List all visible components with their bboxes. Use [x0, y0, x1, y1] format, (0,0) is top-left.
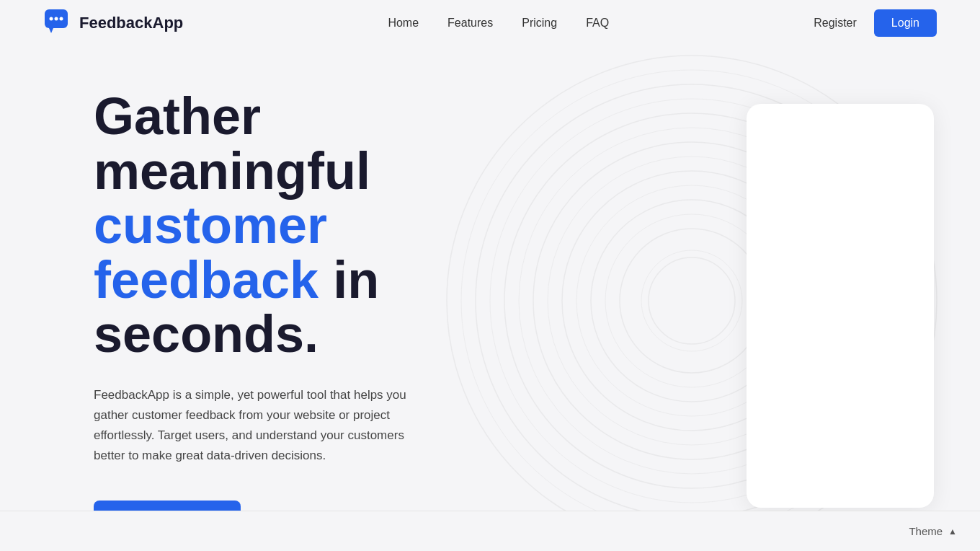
headline-line1: Gather [94, 87, 261, 145]
logo-text: FeedbackApp [79, 14, 183, 32]
headline-line4-blue: feedback [94, 251, 318, 309]
right-panel-card [747, 104, 934, 508]
logo-link[interactable]: FeedbackApp [43, 8, 183, 38]
theme-bar: Theme ▲ [0, 511, 980, 551]
nav-auth: Register Login [814, 9, 937, 37]
headline-line3: customer [94, 196, 327, 254]
headline-line5: seconds. [94, 305, 318, 363]
svg-point-17 [55, 17, 58, 21]
headline-line2: meaningful [94, 142, 370, 200]
headline-line4-dark: in [318, 251, 379, 309]
svg-point-8 [641, 250, 742, 351]
login-button[interactable]: Login [874, 9, 937, 37]
svg-point-1 [620, 229, 764, 373]
nav-item-home[interactable]: Home [388, 17, 419, 29]
hero-headline: Gather meaningful customer feedback in s… [94, 89, 411, 362]
svg-marker-19 [49, 28, 53, 33]
nav-links: Home Features Pricing FAQ [388, 17, 609, 30]
nav-item-pricing[interactable]: Pricing [522, 17, 557, 29]
svg-point-18 [60, 17, 63, 21]
theme-label: Theme [909, 525, 943, 537]
svg-point-16 [50, 17, 53, 21]
chevron-up-icon: ▲ [948, 526, 957, 537]
nav-item-features[interactable]: Features [447, 17, 493, 29]
register-link[interactable]: Register [814, 17, 857, 30]
svg-point-0 [649, 257, 735, 344]
theme-toggle[interactable]: Theme ▲ [909, 525, 957, 537]
nav-item-faq[interactable]: FAQ [586, 17, 609, 29]
hero-description: FeedbackApp is a simple, yet powerful to… [94, 385, 411, 466]
navbar: FeedbackApp Home Features Pricing FAQ Re… [0, 0, 980, 46]
hero-section: Gather meaningful customer feedback in s… [0, 46, 504, 544]
logo-icon [43, 8, 74, 38]
